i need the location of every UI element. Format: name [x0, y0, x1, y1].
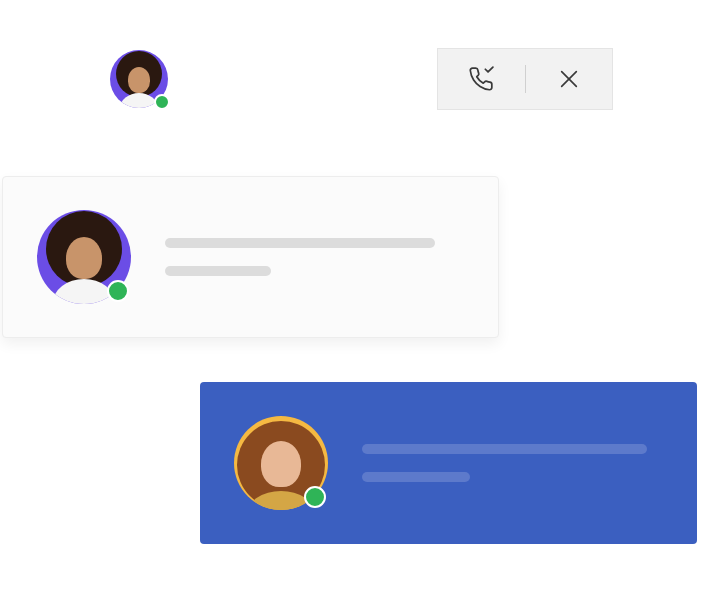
presence-online-icon — [154, 94, 170, 110]
message-avatar[interactable] — [37, 210, 131, 304]
close-icon — [558, 68, 580, 90]
presence-online-icon — [107, 280, 129, 302]
text-placeholder-line — [362, 472, 470, 482]
divider — [525, 65, 526, 93]
text-placeholder-line — [165, 266, 271, 276]
phone-accept-icon — [468, 66, 494, 92]
presence-online-icon — [304, 486, 326, 508]
message-content — [165, 238, 468, 276]
text-placeholder-line — [362, 444, 647, 454]
message-card-light[interactable] — [2, 176, 499, 338]
text-placeholder-line — [165, 238, 435, 248]
incoming-call-panel — [437, 48, 613, 110]
accept-call-button[interactable] — [461, 59, 501, 99]
header-avatar[interactable] — [110, 50, 168, 108]
dismiss-call-button[interactable] — [549, 59, 589, 99]
message-content — [362, 444, 667, 482]
message-avatar[interactable] — [234, 416, 328, 510]
message-card-blue[interactable] — [200, 382, 697, 544]
